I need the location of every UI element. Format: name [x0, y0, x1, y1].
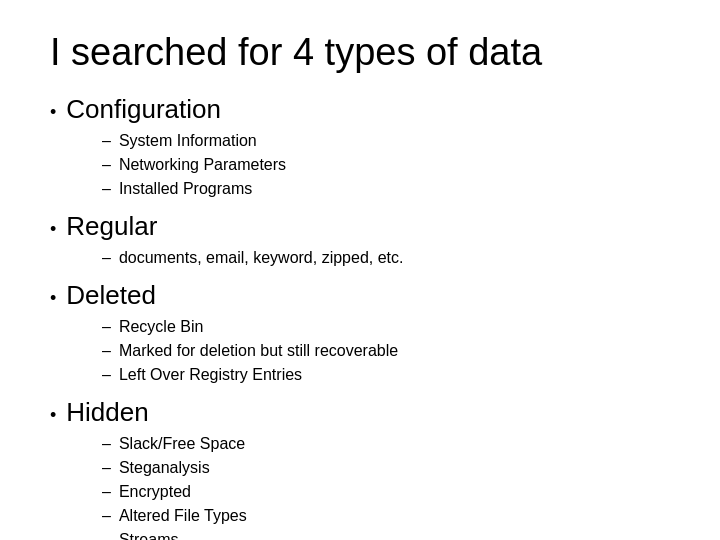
sub-item-regular-0: –documents, email, keyword, zipped, etc. — [102, 246, 670, 270]
sub-item-hidden-4: –Streams — [102, 528, 670, 540]
sub-item-text-regular-0: documents, email, keyword, zipped, etc. — [119, 246, 404, 270]
dash-icon: – — [102, 153, 111, 177]
sub-item-text-hidden-0: Slack/Free Space — [119, 432, 245, 456]
sub-item-hidden-3: –Altered File Types — [102, 504, 670, 528]
sub-item-deleted-0: –Recycle Bin — [102, 315, 670, 339]
bullet-dot-configuration: • — [50, 102, 56, 123]
sub-item-configuration-2: –Installed Programs — [102, 177, 670, 201]
section-regular: •Regular–documents, email, keyword, zipp… — [50, 211, 670, 270]
sub-item-deleted-2: –Left Over Registry Entries — [102, 363, 670, 387]
bullet-main-regular: •Regular — [50, 211, 670, 242]
dash-icon: – — [102, 480, 111, 504]
sub-item-configuration-0: –System Information — [102, 129, 670, 153]
dash-icon: – — [102, 315, 111, 339]
bullet-label-deleted: Deleted — [66, 280, 156, 311]
sub-items-configuration: –System Information–Networking Parameter… — [50, 129, 670, 201]
dash-icon: – — [102, 432, 111, 456]
sub-item-hidden-0: –Slack/Free Space — [102, 432, 670, 456]
slide-title: I searched for 4 types of data — [50, 30, 670, 76]
sub-item-text-deleted-1: Marked for deletion but still recoverabl… — [119, 339, 398, 363]
bullet-main-deleted: •Deleted — [50, 280, 670, 311]
bullet-label-hidden: Hidden — [66, 397, 148, 428]
bullet-dot-regular: • — [50, 219, 56, 240]
dash-icon: – — [102, 129, 111, 153]
section-configuration: •Configuration–System Information–Networ… — [50, 94, 670, 201]
dash-icon: – — [102, 504, 111, 528]
dash-icon: – — [102, 246, 111, 270]
sub-item-text-deleted-0: Recycle Bin — [119, 315, 203, 339]
dash-icon: – — [102, 177, 111, 201]
dash-icon: – — [102, 363, 111, 387]
sub-item-text-hidden-4: Streams — [119, 528, 179, 540]
bullet-dot-deleted: • — [50, 288, 56, 309]
slide: I searched for 4 types of data •Configur… — [0, 0, 720, 540]
bullet-label-regular: Regular — [66, 211, 157, 242]
sub-item-text-deleted-2: Left Over Registry Entries — [119, 363, 302, 387]
sub-item-configuration-1: –Networking Parameters — [102, 153, 670, 177]
sub-item-text-hidden-1: Steganalysis — [119, 456, 210, 480]
dash-icon: – — [102, 528, 111, 540]
sub-items-regular: –documents, email, keyword, zipped, etc. — [50, 246, 670, 270]
dash-icon: – — [102, 456, 111, 480]
sub-item-text-configuration-0: System Information — [119, 129, 257, 153]
sub-item-text-hidden-2: Encrypted — [119, 480, 191, 504]
section-deleted: •Deleted–Recycle Bin–Marked for deletion… — [50, 280, 670, 387]
sub-items-hidden: –Slack/Free Space–Steganalysis–Encrypted… — [50, 432, 670, 540]
sub-item-deleted-1: –Marked for deletion but still recoverab… — [102, 339, 670, 363]
bullet-main-configuration: •Configuration — [50, 94, 670, 125]
bullet-dot-hidden: • — [50, 405, 56, 426]
dash-icon: – — [102, 339, 111, 363]
bullet-main-hidden: •Hidden — [50, 397, 670, 428]
sub-items-deleted: –Recycle Bin–Marked for deletion but sti… — [50, 315, 670, 387]
sub-item-hidden-2: –Encrypted — [102, 480, 670, 504]
sub-item-text-configuration-2: Installed Programs — [119, 177, 252, 201]
sub-item-hidden-1: –Steganalysis — [102, 456, 670, 480]
bullet-label-configuration: Configuration — [66, 94, 221, 125]
section-hidden: •Hidden–Slack/Free Space–Steganalysis–En… — [50, 397, 670, 540]
sub-item-text-configuration-1: Networking Parameters — [119, 153, 286, 177]
sub-item-text-hidden-3: Altered File Types — [119, 504, 247, 528]
